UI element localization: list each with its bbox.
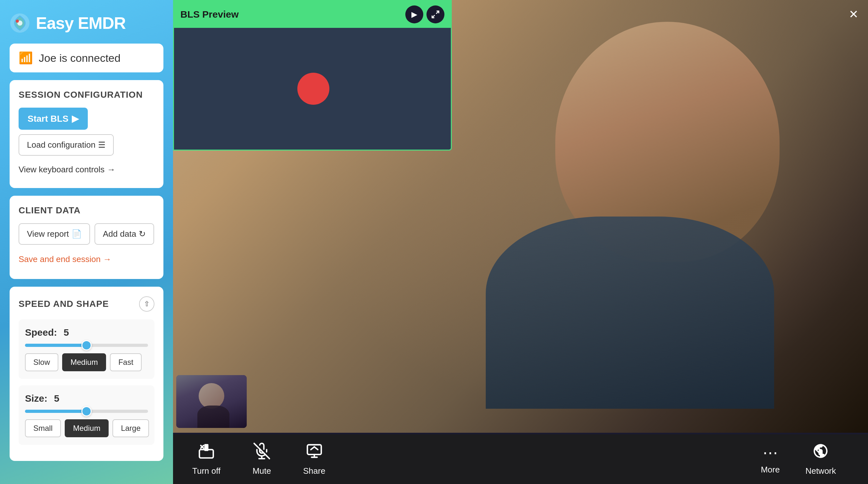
bls-controls: ▶ bbox=[405, 5, 444, 23]
thumb-shirt bbox=[197, 406, 229, 428]
keyboard-controls-label: View keyboard controls bbox=[19, 165, 104, 174]
network-label: Network bbox=[806, 466, 836, 476]
keyboard-controls-button[interactable]: View keyboard controls → bbox=[19, 161, 115, 179]
play-triangle-icon: ▶ bbox=[72, 114, 79, 124]
network-toolbar-item[interactable]: Network bbox=[793, 443, 849, 476]
connection-banner: 📶 Joe is connected bbox=[10, 43, 163, 72]
more-icon: ⋯ bbox=[763, 444, 778, 461]
video-area: ✕ BLS Preview ▶ bbox=[173, 0, 868, 484]
collapse-speed-shape-button[interactable]: ⇧ bbox=[139, 296, 154, 312]
size-small-button[interactable]: Small bbox=[25, 419, 61, 437]
share-icon bbox=[306, 443, 323, 463]
more-toolbar-item[interactable]: ⋯ More bbox=[748, 444, 793, 475]
settings-icon: ☰ bbox=[98, 140, 105, 150]
turn-off-icon bbox=[198, 443, 215, 463]
speed-shape-title: SPEED AND SHAPE bbox=[19, 299, 109, 309]
speed-control-card: Speed: 5 Slow Medium Fast bbox=[19, 319, 154, 379]
self-view-thumbnail bbox=[176, 375, 247, 428]
speed-medium-button[interactable]: Medium bbox=[62, 353, 106, 371]
size-label: Size: bbox=[25, 393, 48, 404]
speed-value: 5 bbox=[63, 327, 69, 337]
load-config-button[interactable]: Load configuration ☰ bbox=[19, 134, 114, 156]
size-large-button[interactable]: Large bbox=[113, 419, 149, 437]
arrow-right-orange-icon: → bbox=[103, 254, 112, 264]
load-config-label: Load configuration bbox=[27, 140, 95, 150]
bls-preview-window: BLS Preview ▶ bbox=[173, 0, 452, 151]
size-value: 5 bbox=[54, 393, 59, 404]
sidebar: Easy EMDR 📶 Joe is connected SESSION CON… bbox=[0, 0, 173, 484]
size-slider-track bbox=[25, 410, 148, 413]
speed-slider-thumb[interactable] bbox=[82, 340, 92, 350]
speed-fast-button[interactable]: Fast bbox=[110, 353, 142, 371]
client-data-card: CLIENT DATA View report 📄 Add data ↻ Sav… bbox=[10, 196, 163, 279]
refresh-icon: ↻ bbox=[139, 229, 146, 239]
mute-toolbar-item[interactable]: Mute bbox=[237, 443, 287, 476]
view-report-label: View report bbox=[27, 229, 69, 239]
session-config-card: SESSION CONFIGURATION Start BLS ▶ Load c… bbox=[10, 80, 163, 188]
size-control-card: Size: 5 Small Medium Large bbox=[19, 385, 154, 445]
speed-label-row: Speed: 5 bbox=[25, 327, 148, 338]
size-label-row: Size: 5 bbox=[25, 393, 148, 404]
more-label: More bbox=[761, 465, 780, 475]
session-config-title: SESSION CONFIGURATION bbox=[19, 90, 154, 100]
size-slider-thumb[interactable] bbox=[82, 406, 92, 416]
speed-slider-fill bbox=[25, 344, 87, 347]
add-data-button[interactable]: Add data ↻ bbox=[95, 223, 154, 245]
bls-title: BLS Preview bbox=[180, 9, 239, 20]
share-label: Share bbox=[303, 466, 325, 476]
logo-area: Easy EMDR bbox=[10, 13, 163, 33]
close-button[interactable]: ✕ bbox=[845, 6, 862, 23]
thumb-face bbox=[199, 383, 224, 409]
speed-slider-track bbox=[25, 344, 148, 347]
shirt-shape bbox=[486, 217, 774, 409]
arrow-right-icon: → bbox=[107, 165, 115, 174]
bottom-toolbar: Turn off Mute bbox=[173, 434, 868, 484]
bls-play-button[interactable]: ▶ bbox=[405, 5, 423, 23]
wifi-icon: 📶 bbox=[19, 51, 33, 65]
bls-header: BLS Preview ▶ bbox=[174, 1, 451, 28]
mute-icon bbox=[253, 443, 270, 463]
self-view-person bbox=[176, 375, 247, 428]
speed-label: Speed: bbox=[25, 327, 57, 337]
speed-shape-header: SPEED AND SHAPE ⇧ bbox=[19, 296, 154, 312]
app-title: Easy EMDR bbox=[36, 13, 126, 33]
size-medium-button[interactable]: Medium bbox=[65, 419, 108, 437]
speed-slow-button[interactable]: Slow bbox=[25, 353, 58, 371]
bls-canvas bbox=[174, 28, 452, 150]
connection-status: Joe is connected bbox=[39, 52, 121, 64]
turn-off-toolbar-item[interactable]: Turn off bbox=[192, 443, 237, 476]
session-config-buttons: Start BLS ▶ Load configuration ☰ bbox=[19, 108, 154, 156]
bls-ball bbox=[297, 73, 330, 105]
start-bls-label: Start BLS bbox=[28, 114, 68, 124]
document-icon: 📄 bbox=[71, 229, 82, 239]
save-end-session-button[interactable]: Save and end session → bbox=[19, 249, 112, 269]
network-icon bbox=[812, 443, 829, 463]
size-slider-fill bbox=[25, 410, 87, 413]
save-end-label: Save and end session bbox=[19, 254, 101, 264]
svg-point-2 bbox=[16, 20, 19, 23]
share-toolbar-item[interactable]: Share bbox=[287, 443, 341, 476]
mute-label: Mute bbox=[252, 466, 271, 476]
client-data-title: CLIENT DATA bbox=[19, 205, 154, 216]
client-data-buttons: View report 📄 Add data ↻ Save and end se… bbox=[19, 223, 154, 269]
bls-fullscreen-button[interactable] bbox=[427, 5, 444, 23]
logo-icon bbox=[10, 13, 30, 33]
turn-off-label: Turn off bbox=[192, 466, 220, 476]
add-data-label: Add data bbox=[103, 229, 136, 239]
view-report-button[interactable]: View report 📄 bbox=[19, 223, 90, 245]
size-preset-buttons: Small Medium Large bbox=[25, 419, 148, 437]
speed-shape-card: SPEED AND SHAPE ⇧ Speed: 5 Slow Medium F… bbox=[10, 287, 163, 461]
start-bls-button[interactable]: Start BLS ▶ bbox=[19, 108, 88, 130]
speed-preset-buttons: Slow Medium Fast bbox=[25, 353, 148, 371]
